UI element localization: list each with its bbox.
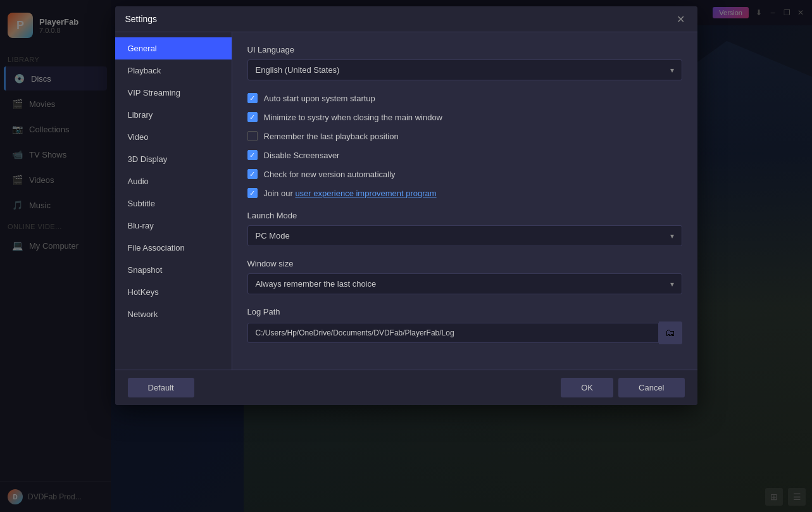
ui-language-arrow: ▾ (670, 66, 674, 75)
dialog-footer: Default OK Cancel (115, 370, 697, 405)
log-path-input[interactable]: C:/Users/Hp/OneDrive/Documents/DVDFab/Pl… (247, 323, 659, 343)
check-version-row: Check for new version automatically (247, 169, 682, 179)
settings-nav-audio[interactable]: Audio (115, 170, 232, 192)
minimize-systry-label: Minimize to systry when closing the main… (264, 113, 443, 122)
settings-nav-hotkeys[interactable]: HotKeys (115, 281, 232, 303)
log-path-row: C:/Users/Hp/OneDrive/Documents/DVDFab/Pl… (247, 322, 682, 344)
remember-position-label: Remember the last playback position (264, 132, 399, 141)
settings-nav-file-association[interactable]: File Association (115, 237, 232, 259)
default-button[interactable]: Default (128, 378, 194, 397)
check-version-label: Check for new version automatically (264, 170, 396, 179)
disable-screensaver-row: Disable Screensaver (247, 150, 682, 160)
join-program-link[interactable]: user experience improvement program (295, 189, 436, 198)
ui-language-value: English (United States) (256, 65, 340, 75)
launch-mode-label: Launch Mode (247, 211, 682, 220)
minimize-systry-checkbox[interactable] (247, 112, 258, 122)
settings-nav-video[interactable]: Video (115, 126, 232, 148)
remember-position-checkbox[interactable] (247, 131, 258, 141)
disable-screensaver-label: Disable Screensaver (264, 151, 340, 160)
auto-start-checkbox[interactable] (247, 93, 258, 103)
disable-screensaver-checkbox[interactable] (247, 150, 258, 160)
settings-nav-snapshot[interactable]: Snapshot (115, 259, 232, 281)
auto-start-row: Auto start upon system startup (247, 93, 682, 103)
auto-start-label: Auto start upon system startup (264, 94, 375, 103)
settings-nav-library[interactable]: Library (115, 104, 232, 126)
dialog-header: Settings ✕ (115, 6, 697, 32)
cancel-button[interactable]: Cancel (618, 378, 684, 397)
dialog-body: General Playback VIP Streaming Library V… (115, 32, 697, 370)
settings-nav-general[interactable]: General (115, 37, 232, 59)
window-size-select[interactable]: Always remember the last choice ▾ (247, 273, 682, 294)
join-program-checkbox[interactable] (247, 188, 258, 198)
settings-nav-blu-ray[interactable]: Blu-ray (115, 215, 232, 237)
remember-position-row: Remember the last playback position (247, 131, 682, 141)
join-program-prefix: Join our (264, 189, 296, 198)
settings-nav-3d-display[interactable]: 3D Display (115, 148, 232, 170)
launch-mode-value: PC Mode (256, 231, 290, 240)
minimize-systry-row: Minimize to systry when closing the main… (247, 112, 682, 122)
folder-icon: 🗂 (665, 327, 675, 339)
launch-mode-arrow: ▾ (670, 232, 674, 240)
window-size-value: Always remember the last choice (256, 279, 377, 289)
settings-nav-playback[interactable]: Playback (115, 59, 232, 82)
dialog-overlay: Settings ✕ General Playback VIP Streamin… (0, 0, 812, 512)
footer-right-buttons: OK Cancel (561, 378, 684, 397)
launch-mode-group: Launch Mode PC Mode ▾ (247, 211, 682, 246)
checkboxes-group: Auto start upon system startup Minimize … (247, 93, 682, 198)
log-path-browse-button[interactable]: 🗂 (659, 322, 682, 344)
settings-content-panel: UI Language English (United States) ▾ Au… (232, 32, 697, 370)
ui-language-select[interactable]: English (United States) ▾ (247, 59, 682, 80)
settings-dialog: Settings ✕ General Playback VIP Streamin… (115, 6, 697, 405)
log-path-value: C:/Users/Hp/OneDrive/Documents/DVDFab/Pl… (256, 328, 454, 337)
log-path-group: Log Path C:/Users/Hp/OneDrive/Documents/… (247, 307, 682, 344)
ui-language-group: UI Language English (United States) ▾ (247, 45, 682, 80)
dialog-close-button[interactable]: ✕ (675, 13, 687, 25)
check-version-checkbox[interactable] (247, 169, 258, 179)
join-program-row: Join our user experience improvement pro… (247, 188, 682, 198)
launch-mode-select[interactable]: PC Mode ▾ (247, 225, 682, 246)
join-program-label: Join our user experience improvement pro… (264, 189, 437, 198)
ok-button[interactable]: OK (561, 378, 613, 397)
window-size-arrow: ▾ (670, 280, 674, 289)
ui-language-label: UI Language (247, 45, 682, 54)
settings-nav-network[interactable]: Network (115, 303, 232, 325)
settings-nav: General Playback VIP Streaming Library V… (115, 32, 232, 370)
settings-nav-subtitle[interactable]: Subtitle (115, 192, 232, 215)
window-size-group: Window size Always remember the last cho… (247, 259, 682, 294)
settings-nav-vip-streaming[interactable]: VIP Streaming (115, 82, 232, 104)
window-size-label: Window size (247, 259, 682, 268)
log-path-label: Log Path (247, 307, 682, 316)
dialog-title: Settings (125, 14, 158, 24)
